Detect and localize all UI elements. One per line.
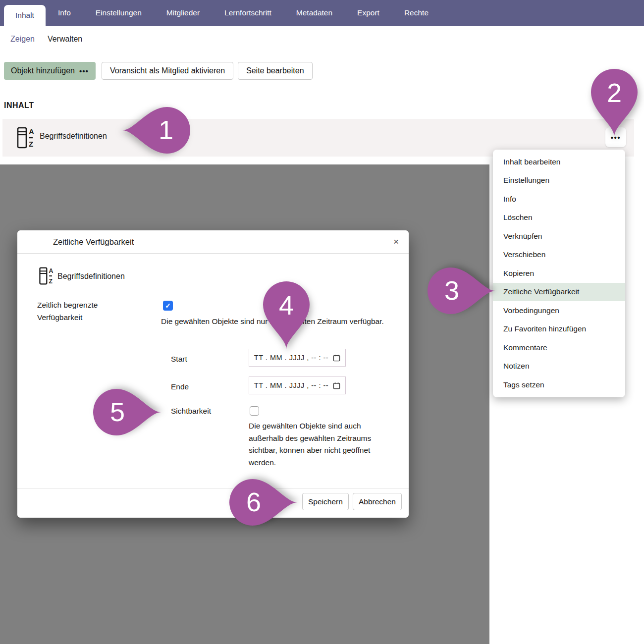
limited-availability-checkbox[interactable]: ✓ xyxy=(163,301,173,311)
menu-item-tags-setzen[interactable]: Tags setzen xyxy=(493,376,625,394)
tab-rechte[interactable]: Rechte xyxy=(392,0,441,26)
menu-item-notizen[interactable]: Notizen xyxy=(493,357,625,376)
menu-item-verknuepfen[interactable]: Verknüpfen xyxy=(493,227,625,246)
item-title-link[interactable]: Begriffsdefinitionen xyxy=(40,132,107,141)
marker-pin-6 xyxy=(228,478,297,527)
sub-tab-bar: Zeigen Verwalten xyxy=(10,35,82,44)
modal-item-title: Begriffsdefinitionen xyxy=(57,272,125,281)
marker-pin-5 xyxy=(92,387,161,437)
menu-item-inhalt-bearbeiten[interactable]: Inhalt bearbeiten xyxy=(493,153,625,171)
menu-item-loeschen[interactable]: Löschen xyxy=(493,209,625,227)
tab-export[interactable]: Export xyxy=(345,0,392,26)
start-date-placeholder: TT . MM . JJJJ , -- : -- xyxy=(254,354,328,362)
start-date-input[interactable]: TT . MM . JJJJ , -- : -- xyxy=(249,349,346,367)
subtab-zeigen[interactable]: Zeigen xyxy=(10,35,35,44)
limited-availability-label: Zeitlich begrenzte Verfügbarkeit xyxy=(37,299,139,323)
marker-number-2: 2 xyxy=(607,79,622,106)
start-label: Start xyxy=(171,353,187,365)
modal-footer: Speichern Abbrechen xyxy=(17,488,409,518)
item-actions-menu: Inhalt bearbeiten Einstellungen Info Lös… xyxy=(493,150,625,397)
availability-modal: Zeitliche Verfügbarkeit × A Z Begriffsde… xyxy=(17,230,409,518)
top-tab-bar: Inhalt Info Einstellungen Mitglieder Ler… xyxy=(0,0,644,26)
glossary-icon: A Z xyxy=(39,266,54,286)
check-icon: ✓ xyxy=(165,302,171,310)
svg-text:A: A xyxy=(49,268,53,274)
cancel-button[interactable]: Abbrechen xyxy=(353,493,402,510)
menu-item-verschieben[interactable]: Verschieben xyxy=(493,246,625,265)
tab-einstellungen[interactable]: Einstellungen xyxy=(83,0,154,26)
add-object-button[interactable]: Objekt hinzufügen ••• xyxy=(4,62,96,80)
tab-metadaten[interactable]: Metadaten xyxy=(284,0,345,26)
end-date-input[interactable]: TT . MM . JJJJ , -- : -- xyxy=(249,376,346,394)
tab-info[interactable]: Info xyxy=(46,0,83,26)
marker-pin-1 xyxy=(122,106,192,155)
visibility-checkbox[interactable] xyxy=(250,406,259,416)
end-date-placeholder: TT . MM . JJJJ , -- : -- xyxy=(254,381,328,389)
menu-item-info[interactable]: Info xyxy=(493,190,625,209)
subtab-verwalten[interactable]: Verwalten xyxy=(48,35,82,44)
ellipsis-icon: ••• xyxy=(79,67,89,75)
marker-number-6: 6 xyxy=(246,488,261,515)
calendar-icon xyxy=(333,354,340,362)
modal-title: Zeitliche Verfügbarkeit xyxy=(53,230,134,253)
marker-number-5: 5 xyxy=(110,398,125,425)
marker-number-1: 1 xyxy=(159,116,173,143)
preview-as-member-button[interactable]: Voransicht als Mitglied aktivieren xyxy=(102,62,233,80)
page: Inhalt Info Einstellungen Mitglieder Ler… xyxy=(0,0,644,644)
svg-text:Z: Z xyxy=(49,278,53,285)
save-button[interactable]: Speichern xyxy=(302,493,349,510)
tab-mitglieder[interactable]: Mitglieder xyxy=(154,0,212,26)
end-label: Ende xyxy=(171,380,189,393)
marker-pin-3 xyxy=(426,266,495,316)
marker-number-4: 4 xyxy=(279,292,294,319)
svg-text:A: A xyxy=(29,127,34,136)
close-icon[interactable]: × xyxy=(393,235,399,249)
svg-text:Z: Z xyxy=(29,140,33,148)
menu-item-kopieren[interactable]: Kopieren xyxy=(493,264,625,283)
tab-lernfortschritt[interactable]: Lernfortschritt xyxy=(212,0,284,26)
calendar-icon xyxy=(333,382,340,389)
content-section-title: INHALT xyxy=(4,101,34,110)
menu-item-kommentare[interactable]: Kommentare xyxy=(493,338,625,357)
menu-item-zeitliche-verfuegbarkeit[interactable]: Zeitliche Verfügbarkeit xyxy=(493,283,625,302)
menu-item-zu-favoriten[interactable]: Zu Favoriten hinzufügen xyxy=(493,320,625,339)
menu-item-vorbedingungen[interactable]: Vorbedingungen xyxy=(493,301,625,320)
tab-inhalt[interactable]: Inhalt xyxy=(4,5,46,26)
tab-label: Inhalt xyxy=(15,11,34,19)
visibility-help: Die gewählten Objekte sind auch außerhal… xyxy=(249,420,393,469)
modal-header-divider xyxy=(17,253,409,254)
visibility-label: Sichtbarkeit xyxy=(171,405,211,417)
add-object-label: Objekt hinzufügen xyxy=(11,66,75,75)
edit-page-button[interactable]: Seite bearbeiten xyxy=(238,62,313,80)
glossary-icon: A Z xyxy=(16,126,35,150)
menu-item-einstellungen[interactable]: Einstellungen xyxy=(493,171,625,190)
marker-number-3: 3 xyxy=(444,277,459,304)
